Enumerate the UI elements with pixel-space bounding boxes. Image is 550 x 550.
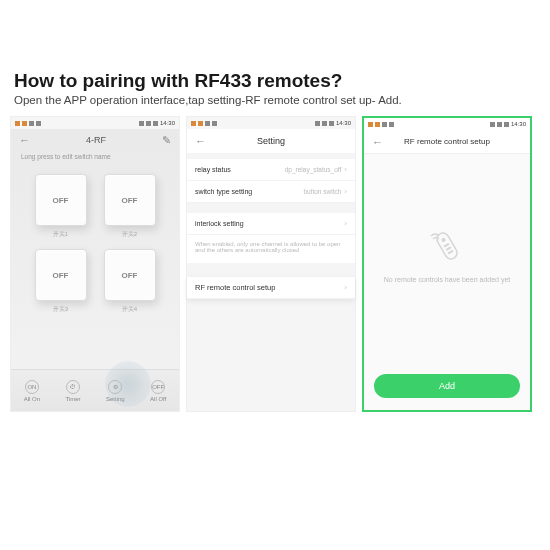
page-title: How to pairing with RF433 remotes? — [0, 70, 550, 94]
row-rf-remote-setup[interactable]: RF remote control setup › — [187, 277, 355, 299]
page-subtitle: Open the APP operation interface,tap set… — [0, 94, 550, 116]
screenshot-row: 14:30 ← 4-RF ✎ Long press to edit switch… — [0, 116, 550, 412]
toolbar-timer[interactable]: ⏱ Timer — [65, 380, 80, 402]
screen1-title: 4-RF — [30, 135, 162, 145]
back-arrow-icon[interactable]: ← — [195, 135, 206, 147]
screen2-title: Setting — [206, 136, 336, 146]
screen2-header: ← Setting — [187, 129, 355, 153]
switch-button-4[interactable]: OFF — [104, 249, 156, 301]
screen3-header: ← RF remote control setup — [364, 130, 530, 154]
interlock-description: When enabled, only one channel is allowe… — [187, 235, 355, 263]
gear-icon: ⚙ — [108, 380, 122, 394]
toolbar-all-on[interactable]: ON All On — [24, 380, 40, 402]
empty-text: No remote controls have been added yet — [384, 276, 510, 283]
svg-rect-2 — [443, 242, 449, 247]
switch-button-3[interactable]: OFF — [35, 249, 87, 301]
toolbar-label: All Off — [150, 396, 166, 402]
row-interlock[interactable]: interlock setting › — [187, 213, 355, 235]
screenshot-2: 14:30 ← Setting relay status dp_relay_st… — [186, 116, 356, 412]
remote-icon — [427, 226, 467, 266]
add-button[interactable]: Add — [374, 374, 520, 398]
status-bar: 14:30 — [364, 118, 530, 130]
all-off-icon: OFF — [151, 380, 165, 394]
row-label: relay status — [195, 166, 231, 173]
svg-point-1 — [441, 237, 446, 242]
screen1-toolbar: ON All On ⏱ Timer ⚙ Setting OFF All Off — [11, 369, 179, 411]
back-arrow-icon[interactable]: ← — [19, 134, 30, 146]
row-label: switch type setting — [195, 188, 252, 195]
screen1-header: ← 4-RF ✎ — [11, 129, 179, 151]
toolbar-all-off[interactable]: OFF All Off — [150, 380, 166, 402]
row-label: interlock setting — [195, 220, 244, 227]
row-switch-type[interactable]: switch type setting button switch› — [187, 181, 355, 203]
switch-label-2: 开关2 — [102, 230, 157, 239]
toolbar-label: All On — [24, 396, 40, 402]
timer-icon: ⏱ — [66, 380, 80, 394]
chevron-right-icon: › — [344, 219, 347, 228]
row-relay-status[interactable]: relay status dp_relay_status_off› — [187, 159, 355, 181]
switch-label-1: 开关1 — [33, 230, 88, 239]
screen1-hint: Long press to edit switch name — [11, 151, 179, 166]
row-label: RF remote control setup — [195, 283, 275, 292]
switch-button-1[interactable]: OFF — [35, 174, 87, 226]
chevron-right-icon: › — [344, 165, 347, 174]
edit-icon[interactable]: ✎ — [162, 134, 171, 147]
status-bar: 14:30 — [11, 117, 179, 129]
screenshot-3: 14:30 ← RF remote control setup — [362, 116, 532, 412]
empty-state: No remote controls have been added yet — [364, 154, 530, 354]
switch-label-4: 开关4 — [102, 305, 157, 314]
row-value: dp_relay_status_off — [285, 166, 342, 173]
toolbar-label: Setting — [106, 396, 125, 402]
switch-label-3: 开关3 — [33, 305, 88, 314]
chevron-right-icon: › — [344, 283, 347, 292]
svg-rect-3 — [445, 246, 451, 251]
screen3-title: RF remote control setup — [383, 137, 511, 146]
back-arrow-icon[interactable]: ← — [372, 136, 383, 148]
row-value: button switch — [303, 188, 341, 195]
svg-rect-4 — [447, 249, 453, 254]
all-on-icon: ON — [25, 380, 39, 394]
chevron-right-icon: › — [344, 187, 347, 196]
screenshot-1: 14:30 ← 4-RF ✎ Long press to edit switch… — [10, 116, 180, 412]
toolbar-label: Timer — [65, 396, 80, 402]
switch-button-2[interactable]: OFF — [104, 174, 156, 226]
status-bar: 14:30 — [187, 117, 355, 129]
toolbar-setting[interactable]: ⚙ Setting — [106, 380, 125, 402]
